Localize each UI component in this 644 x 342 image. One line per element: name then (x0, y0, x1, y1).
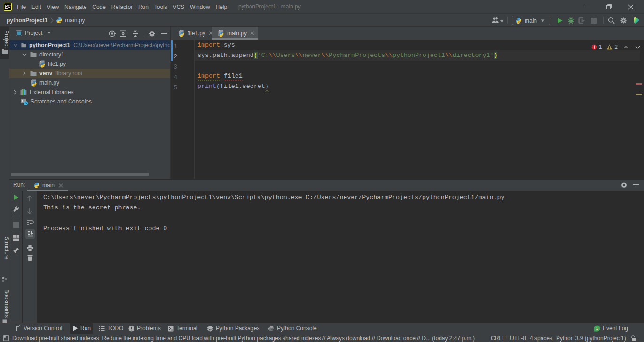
svg-text:1: 1 (596, 326, 598, 331)
